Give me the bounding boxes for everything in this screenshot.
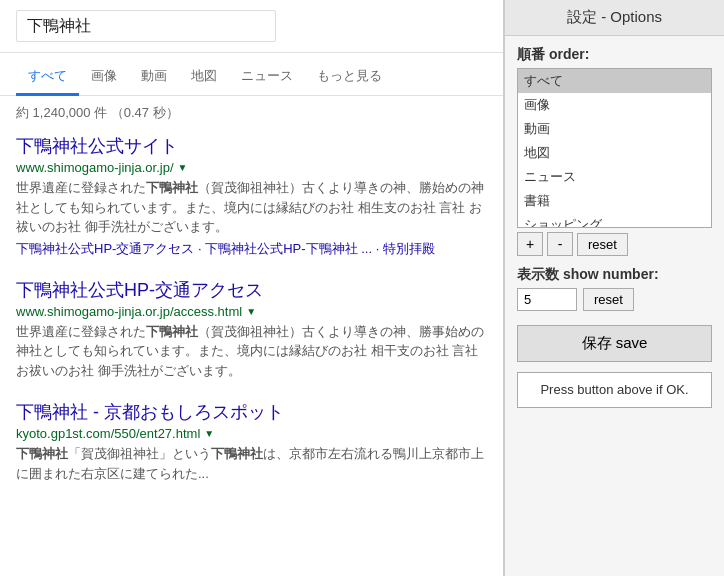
order-buttons: + - reset — [517, 232, 712, 256]
show-number-row: reset — [517, 288, 712, 311]
result-title[interactable]: 下鴨神社公式サイト — [16, 134, 487, 158]
result-item: 下鴨神社公式HP-交通アクセスwww.shimogamo-jinja.or.jp… — [16, 278, 487, 381]
search-tab-ニュース[interactable]: ニュース — [229, 59, 305, 96]
order-list-item[interactable]: ニュース — [518, 165, 711, 189]
order-list-item[interactable]: 動画 — [518, 117, 711, 141]
result-title[interactable]: 下鴨神社公式HP-交通アクセス — [16, 278, 487, 302]
press-message: Press button above if OK. — [517, 372, 712, 408]
search-bar — [0, 0, 503, 53]
settings-body: 順番 order: すべて画像動画地図ニュース書籍ショッピングフライトファイナン… — [505, 36, 724, 576]
order-list-item[interactable]: 地図 — [518, 141, 711, 165]
order-list-item[interactable]: 書籍 — [518, 189, 711, 213]
search-tab-地図[interactable]: 地図 — [179, 59, 229, 96]
add-order-button[interactable]: + — [517, 232, 543, 256]
search-tab-動画[interactable]: 動画 — [129, 59, 179, 96]
save-button[interactable]: 保存 save — [517, 325, 712, 362]
remove-order-button[interactable]: - — [547, 232, 573, 256]
search-tab-もっと見る[interactable]: もっと見る — [305, 59, 394, 96]
search-input[interactable] — [16, 10, 276, 42]
result-links[interactable]: 下鴨神社公式HP-交通アクセス · 下鴨神社公式HP-下鴨神社 ... · 特別… — [16, 240, 487, 258]
search-tab-画像[interactable]: 画像 — [79, 59, 129, 96]
search-tabs: すべて画像動画地図ニュースもっと見る — [0, 53, 503, 96]
result-url: kyoto.gp1st.com/550/ent27.html ▼ — [16, 426, 487, 441]
results-count: 約 1,240,000 件 （0.47 秒） — [0, 96, 503, 130]
order-list[interactable]: すべて画像動画地図ニュース書籍ショッピングフライトファイナンス — [517, 68, 712, 228]
result-url-arrow: ▼ — [204, 428, 214, 439]
order-label: 順番 order: — [517, 46, 712, 64]
show-number-reset-button[interactable]: reset — [583, 288, 634, 311]
order-reset-button[interactable]: reset — [577, 233, 628, 256]
result-desc: 下鴨神社「賀茂御祖神社」という下鴨神社は、京都市左右流れる鴨川上京都市上に囲まれ… — [16, 444, 487, 483]
result-item: 下鴨神社公式サイトwww.shimogamo-jinja.or.jp/ ▼世界遺… — [16, 134, 487, 258]
order-list-item[interactable]: 画像 — [518, 93, 711, 117]
result-title[interactable]: 下鴨神社 - 京都おもしろスポット — [16, 400, 487, 424]
result-desc: 世界遺産に登録された下鴨神社（賀茂御祖神社）古くより導きの神、勝始めの神社として… — [16, 178, 487, 237]
search-panel: すべて画像動画地図ニュースもっと見る 約 1,240,000 件 （0.47 秒… — [0, 0, 504, 576]
settings-header: 設定 - Options — [505, 0, 724, 36]
result-url-arrow: ▼ — [178, 162, 188, 173]
result-url: www.shimogamo-jinja.or.jp/access.html ▼ — [16, 304, 487, 319]
order-list-item[interactable]: ショッピング — [518, 213, 711, 228]
order-list-item[interactable]: すべて — [518, 69, 711, 93]
result-desc: 世界遺産に登録された下鴨神社（賀茂御祖神社）古くより導きの神、勝事始めの神社とし… — [16, 322, 487, 381]
show-number-label: 表示数 show number: — [517, 266, 712, 284]
result-url-arrow: ▼ — [246, 306, 256, 317]
result-item: 下鴨神社 - 京都おもしろスポットkyoto.gp1st.com/550/ent… — [16, 400, 487, 483]
result-url: www.shimogamo-jinja.or.jp/ ▼ — [16, 160, 487, 175]
results-list: 下鴨神社公式サイトwww.shimogamo-jinja.or.jp/ ▼世界遺… — [0, 130, 503, 576]
show-number-input[interactable] — [517, 288, 577, 311]
settings-panel: 設定 - Options 順番 order: すべて画像動画地図ニュース書籍ショ… — [504, 0, 724, 576]
order-section: 順番 order: すべて画像動画地図ニュース書籍ショッピングフライトファイナン… — [517, 46, 712, 256]
search-tab-すべて[interactable]: すべて — [16, 59, 79, 96]
show-number-section: 表示数 show number: reset — [517, 266, 712, 311]
